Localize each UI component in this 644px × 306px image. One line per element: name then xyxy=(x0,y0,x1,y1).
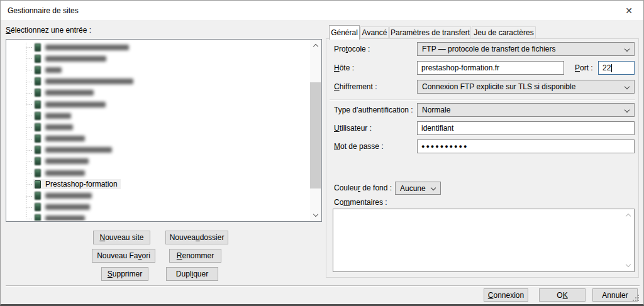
connect-button[interactable]: Connexion xyxy=(484,288,528,302)
site-tree-item[interactable] xyxy=(7,156,310,167)
select-entry-label: Sélectionnez une entrée : xyxy=(6,23,91,37)
server-icon xyxy=(35,146,41,154)
new-folder-button[interactable]: Nouveau dossier xyxy=(165,231,228,244)
cancel-button[interactable]: Annuler xyxy=(592,288,638,302)
site-tree-content: Prestashop-formation xyxy=(7,40,310,221)
tab-charset[interactable]: Jeu de caractères xyxy=(472,26,536,38)
tree-connector-line xyxy=(26,104,33,105)
tree-connector-line xyxy=(26,161,33,162)
tree-connector-line xyxy=(26,173,33,173)
server-icon xyxy=(35,55,41,63)
redacted-site-name xyxy=(45,67,62,73)
close-icon[interactable]: ✕ xyxy=(619,4,638,18)
server-icon xyxy=(35,43,41,52)
tree-connector-line xyxy=(26,184,33,185)
tree-scrollbar[interactable] xyxy=(310,40,321,221)
new-site-button[interactable]: Nouveau site xyxy=(93,231,150,244)
redacted-site-name xyxy=(45,90,94,96)
scroll-up-arrow[interactable] xyxy=(310,40,321,51)
site-tree-item[interactable] xyxy=(7,64,310,75)
site-tree-item[interactable] xyxy=(7,41,310,53)
rename-button[interactable]: Renommer xyxy=(169,249,221,263)
tree-connector-line xyxy=(26,196,33,197)
server-icon xyxy=(35,89,41,97)
redacted-site-name xyxy=(45,193,92,199)
server-icon xyxy=(35,214,41,221)
redacted-site-name xyxy=(45,113,71,119)
tree-connector-line xyxy=(26,150,33,151)
site-tree-item[interactable] xyxy=(7,53,310,64)
title-bar: Gestionnaire de sites ✕ xyxy=(1,1,643,20)
tree-connector-line xyxy=(26,47,33,48)
tab-page-border xyxy=(326,38,639,278)
server-icon xyxy=(35,169,41,177)
tree-connector-line xyxy=(26,116,33,116)
tree-connector-line xyxy=(26,70,33,70)
site-tree-item[interactable] xyxy=(7,202,310,213)
server-icon xyxy=(35,123,41,131)
site-tree[interactable]: Prestashop-formation xyxy=(6,39,322,222)
tab-advanced[interactable]: Avancé xyxy=(360,26,389,38)
tree-connector-line xyxy=(26,58,33,59)
duplicate-button[interactable]: Dupliquer xyxy=(166,267,218,281)
redacted-site-name xyxy=(45,79,133,84)
tab-transfer-settings[interactable]: Paramètres de transfert xyxy=(389,26,471,38)
redacted-site-name xyxy=(45,216,85,221)
server-icon xyxy=(35,134,41,143)
redacted-site-name xyxy=(45,204,90,210)
window-title: Gestionnaire de sites xyxy=(8,6,79,15)
ok-button[interactable]: OK xyxy=(539,288,586,302)
server-icon xyxy=(35,180,41,189)
delete-button[interactable]: Supprimer xyxy=(101,267,148,281)
redacted-site-name xyxy=(45,124,73,130)
site-tree-item[interactable] xyxy=(7,190,310,201)
redacted-site-name xyxy=(45,158,89,164)
tree-connector-line xyxy=(26,93,33,94)
redacted-site-name xyxy=(45,136,85,141)
redacted-site-name xyxy=(45,170,85,176)
site-tree-item[interactable] xyxy=(7,167,310,178)
redacted-site-name xyxy=(45,102,106,107)
server-icon xyxy=(35,157,41,165)
new-bookmark-button[interactable]: Nouveau Favori xyxy=(92,249,155,263)
tree-connector-line xyxy=(26,139,33,139)
site-tree-item[interactable] xyxy=(7,99,310,110)
site-tree-item[interactable] xyxy=(7,76,310,87)
redacted-site-name xyxy=(45,56,106,62)
server-icon xyxy=(35,192,41,200)
site-tree-item[interactable] xyxy=(7,110,310,121)
server-icon xyxy=(35,77,41,85)
redacted-site-name xyxy=(45,45,129,50)
footer-divider xyxy=(6,285,640,286)
tree-connector-line xyxy=(26,82,33,82)
site-tree-item[interactable] xyxy=(7,121,310,133)
site-tree-item[interactable] xyxy=(7,213,310,221)
site-name: Prestashop-formation xyxy=(45,180,118,189)
tree-connector-line xyxy=(26,219,33,219)
server-icon xyxy=(35,66,41,74)
tree-connector-line xyxy=(26,127,33,128)
scroll-down-arrow[interactable] xyxy=(310,210,321,221)
scrollbar-thumb[interactable] xyxy=(310,82,321,189)
site-tree-item[interactable] xyxy=(7,87,310,99)
site-tree-item[interactable]: Prestashop-formation xyxy=(7,178,310,190)
site-tree-item[interactable] xyxy=(7,145,310,156)
tab-general[interactable]: Général xyxy=(329,25,360,40)
server-icon xyxy=(35,203,41,211)
site-manager-dialog: Gestionnaire de sites ✕ Sélectionnez une… xyxy=(0,0,644,306)
server-icon xyxy=(35,101,41,109)
server-icon xyxy=(35,112,41,120)
resize-grip-icon[interactable] xyxy=(633,295,640,302)
site-tree-item[interactable] xyxy=(7,133,310,145)
tree-connector-line xyxy=(26,207,33,208)
redacted-site-name xyxy=(45,147,112,153)
